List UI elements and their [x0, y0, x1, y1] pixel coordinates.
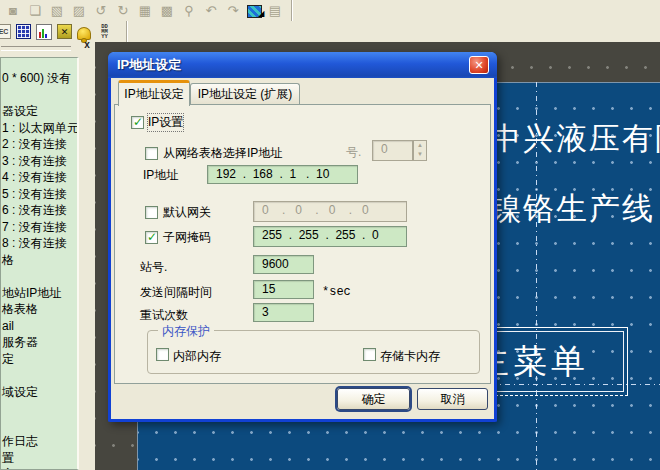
default-gateway-field[interactable]: 0 . 0 . 0 . 0: [253, 201, 407, 222]
tab-ip-settings[interactable]: IP地址设定: [118, 80, 190, 106]
toolbar-row-2: EC✕DD MM YY: [0, 21, 127, 42]
tree-item[interactable]: 定: [1, 351, 77, 368]
canvas-text-line[interactable]: 镍铬生产线: [490, 188, 655, 230]
align-grid-icon[interactable]: ▦: [137, 3, 154, 19]
rotate-left-icon[interactable]: ↺: [93, 3, 110, 19]
send-interval-field[interactable]: 15: [253, 280, 314, 299]
tree-item[interactable]: [1, 417, 77, 434]
memory-protect-caption: 内存保护: [158, 323, 214, 340]
alarm-bell-icon[interactable]: [77, 27, 91, 40]
default-gateway-label: 默认网关: [163, 204, 211, 221]
subnet-mask-field[interactable]: 255 . 255 . 255 . 0: [253, 226, 407, 247]
tree-item[interactable]: 置: [1, 450, 77, 467]
subnet-mask-checkbox[interactable]: [145, 231, 158, 244]
memory-protect-group: 内存保护 内部内存 存储卡内存: [147, 330, 480, 374]
merge-shapes-icon[interactable]: ❏: [27, 3, 44, 19]
undo-icon[interactable]: ↶: [203, 3, 220, 19]
send-interval-label: 发送间隔时间: [140, 284, 212, 301]
toolbar-row-1: ◙❏▧▨↺↻▦▩⚲↶↷▤: [0, 0, 292, 21]
default-gateway-checkbox[interactable]: [145, 206, 158, 219]
tree-item[interactable]: 4 : 没有连接: [1, 169, 77, 186]
tree-item[interactable]: 定: [1, 466, 77, 470]
tree-item[interactable]: 格表格: [1, 301, 77, 318]
retry-count-label: 重试次数: [140, 307, 188, 324]
tree-item[interactable]: 域设定: [1, 384, 77, 401]
number-label: 号.: [346, 144, 361, 161]
dialog-titlebar[interactable]: IP地址设定: [108, 52, 497, 78]
panel-splitter[interactable]: [1, 46, 71, 51]
ip-enable-label: IP设置: [148, 114, 183, 131]
meter-icon[interactable]: ✕: [57, 24, 72, 39]
number-spinner: ▲▼: [413, 140, 427, 161]
internal-memory-checkbox[interactable]: [156, 348, 169, 361]
frame-select-icon[interactable]: ▧: [49, 3, 66, 19]
station-number-field[interactable]: 9600: [253, 255, 314, 274]
table-icon[interactable]: ▤: [267, 3, 284, 19]
spinner-up-icon[interactable]: ▲: [414, 141, 426, 150]
bar-chart-icon[interactable]: [36, 24, 52, 40]
station-number-label: 站号.: [140, 259, 167, 276]
shape-tool-icon[interactable]: ◙: [5, 3, 22, 19]
tree-item[interactable]: 8 : 没有连接: [1, 235, 77, 252]
ip-enable-checkbox[interactable]: [131, 116, 144, 129]
tree-item[interactable]: 1 : 以太网单元: [1, 120, 77, 137]
cancel-button[interactable]: 取消: [417, 388, 488, 410]
tab-ip-settings-extended[interactable]: IP地址设定 (扩展): [190, 83, 300, 104]
pin-icon[interactable]: ⚲: [181, 3, 198, 19]
tree-item[interactable]: [1, 268, 77, 285]
tree-item[interactable]: 地站IP地址: [1, 285, 77, 302]
ec-icon[interactable]: EC: [0, 24, 11, 39]
tree-item[interactable]: 6 : 没有连接: [1, 202, 77, 219]
spinner-down-icon[interactable]: ▼: [414, 150, 426, 159]
from-network-table-checkbox[interactable]: [145, 147, 158, 160]
tree-item[interactable]: 器设定: [1, 103, 77, 120]
frame-select-alt-icon[interactable]: ▨: [71, 3, 88, 19]
tree-item[interactable]: 0 * 600) 没有: [1, 70, 77, 87]
from-network-table-label: 从网络表格选择IP地址: [163, 145, 282, 162]
screen-preview-icon[interactable]: [247, 5, 262, 18]
memory-card-checkbox[interactable]: [363, 348, 376, 361]
redo-icon[interactable]: ↷: [225, 3, 242, 19]
tree-item[interactable]: ail: [1, 318, 77, 335]
application-window: ◙❏▧▨↺↻▦▩⚲↶↷▤ EC✕DD MM YY x 0 * 600) 没有器设…: [0, 0, 660, 470]
ok-button[interactable]: 确定: [337, 388, 410, 410]
date-icon[interactable]: DD MM YY: [96, 24, 113, 40]
ip-settings-dialog: IP地址设定 ✕ IP地址设定 IP地址设定 (扩展) IP设置 从网络表格选择…: [108, 52, 497, 422]
subnet-mask-label: 子网掩码: [163, 229, 211, 246]
tree-item[interactable]: 服务器: [1, 334, 77, 351]
send-interval-unit: *sec: [322, 285, 351, 299]
tree-item[interactable]: 2 : 没有连接: [1, 136, 77, 153]
tree-item[interactable]: [1, 367, 77, 384]
number-field[interactable]: 0: [372, 140, 413, 161]
tree-item[interactable]: [1, 87, 77, 104]
panel-close-icon[interactable]: x: [81, 39, 93, 51]
ip-address-label: IP地址: [143, 167, 178, 184]
tree-item[interactable]: 3 : 没有连接: [1, 153, 77, 170]
tree-item[interactable]: 5 : 没有连接: [1, 186, 77, 203]
rotate-right-icon[interactable]: ↻: [115, 3, 132, 19]
calculator-icon[interactable]: [16, 24, 31, 39]
dialog-close-icon[interactable]: ✕: [469, 56, 489, 74]
canvas-text-company[interactable]: 中兴液压有限: [490, 118, 660, 160]
tree-item[interactable]: 作日志: [1, 433, 77, 450]
distribute-grid-icon[interactable]: ▩: [159, 3, 176, 19]
memory-card-label: 存储卡内存: [380, 348, 440, 365]
tree-item[interactable]: [1, 400, 77, 417]
settings-tree-panel: 0 * 600) 没有器设定1 : 以太网单元2 : 没有连接3 : 没有连接4…: [0, 57, 79, 470]
tree-item[interactable]: 7 : 没有连接: [1, 219, 77, 236]
internal-memory-label: 内部内存: [173, 348, 221, 365]
ip-address-field[interactable]: 192 . 168 . 1 . 10: [207, 165, 358, 184]
retry-count-field[interactable]: 3: [253, 303, 314, 322]
tree-item[interactable]: 格: [1, 252, 77, 269]
